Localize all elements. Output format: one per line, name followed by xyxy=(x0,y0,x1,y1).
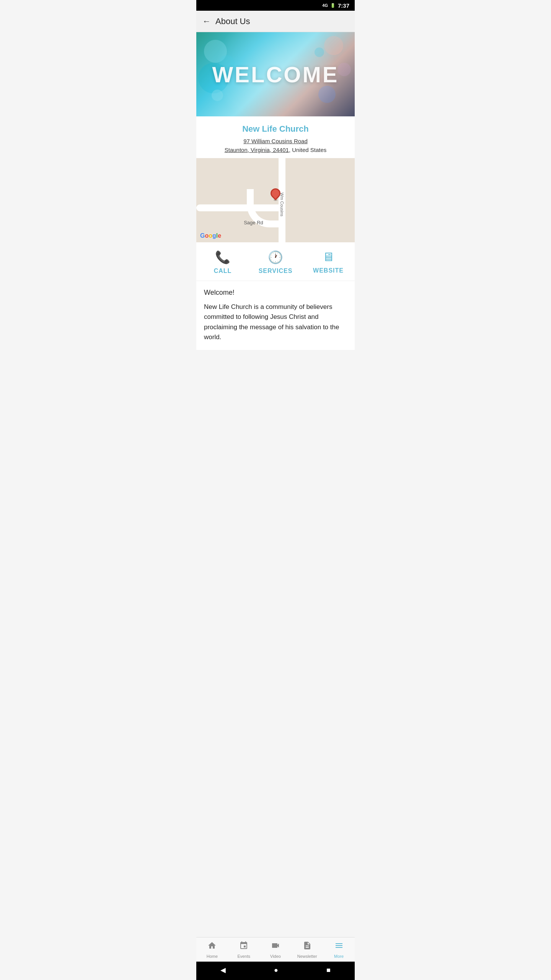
address-country: , United States xyxy=(289,147,326,153)
hero-welcome-text: WELCOME xyxy=(212,62,339,87)
signal-icon: 4G xyxy=(322,3,328,8)
call-label: CALL xyxy=(214,268,232,274)
bokeh-decoration xyxy=(315,47,324,57)
bokeh-decoration xyxy=(318,86,336,103)
content-section: Welcome! New Life Church is a community … xyxy=(196,281,355,350)
services-icon: 🕐 xyxy=(268,250,283,265)
content-body: New Life Church is a community of believ… xyxy=(204,302,347,342)
map-pin xyxy=(271,188,280,201)
page-title: About Us xyxy=(215,16,250,26)
bokeh-decoration xyxy=(337,63,351,76)
church-info: New Life Church 97 William Cousins Road … xyxy=(196,116,355,158)
status-time: 7:37 xyxy=(338,2,349,9)
back-button[interactable]: ← xyxy=(202,16,211,26)
church-address[interactable]: 97 William Cousins Road Staunton, Virgin… xyxy=(202,137,349,154)
services-label: SERVICES xyxy=(259,268,293,274)
status-bar: 4G 🔋 7:37 xyxy=(196,0,355,11)
call-button[interactable]: 📞 CALL xyxy=(196,250,249,274)
church-name: New Life Church xyxy=(202,124,349,134)
website-icon: 🖥 xyxy=(322,250,334,264)
map-sage-label: Sage Rd xyxy=(244,220,263,225)
bokeh-decoration xyxy=(212,90,223,101)
website-label: WEBSITE xyxy=(313,267,344,274)
bokeh-decoration xyxy=(324,36,343,55)
map-container[interactable]: Wm Cousins Sage Rd Google xyxy=(196,158,355,242)
address-line1[interactable]: 97 William Cousins Road xyxy=(243,138,308,144)
content-heading: Welcome! xyxy=(204,289,347,297)
hero-banner: WELCOME xyxy=(196,32,355,116)
google-logo: Google xyxy=(200,232,221,239)
call-icon: 📞 xyxy=(215,250,230,265)
top-nav: ← About Us xyxy=(196,11,355,32)
battery-icon: 🔋 xyxy=(330,3,336,8)
website-button[interactable]: 🖥 WEBSITE xyxy=(302,250,355,274)
address-line2[interactable]: Staunton, Virginia, 24401 xyxy=(225,147,289,153)
action-buttons: 📞 CALL 🕐 SERVICES 🖥 WEBSITE xyxy=(196,242,355,281)
services-button[interactable]: 🕐 SERVICES xyxy=(249,250,302,274)
map-pin-head xyxy=(269,186,283,201)
